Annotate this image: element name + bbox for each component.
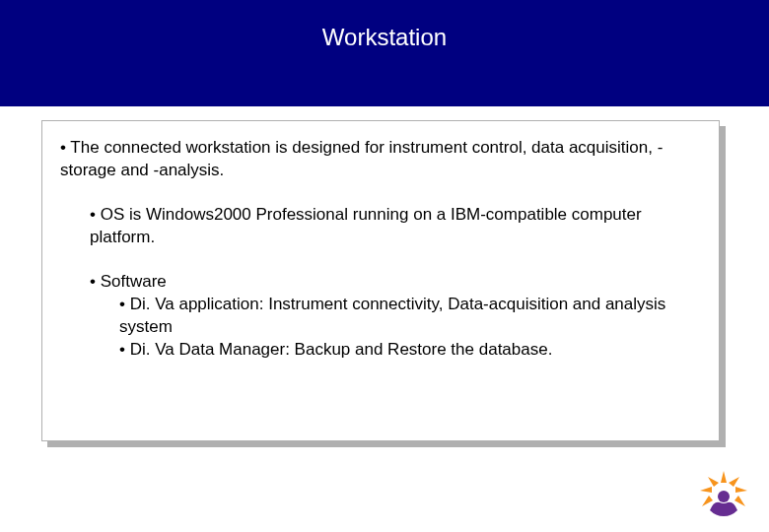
bullet-level2-os: • OS is Windows2000 Professional running…	[90, 204, 699, 249]
svg-marker-5	[700, 487, 712, 493]
svg-marker-6	[702, 496, 713, 506]
bullet-level3-diva-app: • Di. Va application: Instrument connect…	[119, 294, 699, 339]
svg-marker-4	[708, 477, 719, 487]
bullet-level3-diva-datamgr: • Di. Va Data Manager: Backup and Restor…	[119, 339, 699, 362]
content-box: • The connected workstation is designed …	[41, 120, 720, 441]
svg-marker-3	[734, 496, 745, 506]
bullet-level2-software: • Software	[90, 271, 699, 294]
svg-marker-0	[721, 471, 727, 483]
svg-marker-1	[729, 477, 739, 487]
slide-title: Workstation	[322, 24, 447, 51]
bullet-level1: • The connected workstation is designed …	[60, 137, 699, 182]
brand-logo-icon	[696, 467, 751, 522]
svg-marker-2	[735, 487, 747, 493]
svg-point-7	[718, 491, 730, 502]
title-band: Workstation	[0, 0, 769, 106]
